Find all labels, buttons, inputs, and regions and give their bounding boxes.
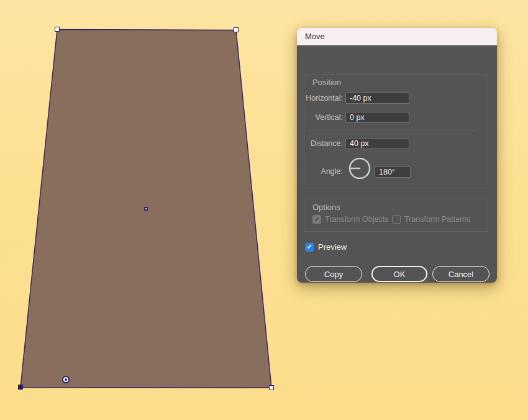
dialog-titlebar[interactable]: Move <box>297 28 497 45</box>
vertical-label: Vertical: <box>297 113 343 122</box>
position-heading: Position <box>312 78 341 87</box>
vertical-row: Vertical: <box>297 112 497 123</box>
move-dialog: Move Position Horizontal: Vertical: Dist… <box>297 28 497 283</box>
shape-center-dot <box>145 208 147 209</box>
horizontal-input[interactable] <box>345 93 409 104</box>
reference-point-dot <box>65 378 67 381</box>
transform-patterns-option: Transform Patterns <box>392 215 471 224</box>
ok-button[interactable]: OK <box>371 266 427 282</box>
position-divider <box>309 130 476 131</box>
transform-objects-option: ✓ Transform Objects <box>312 215 388 224</box>
distance-input[interactable] <box>345 138 409 149</box>
dialog-title: Move <box>305 32 325 41</box>
dialog-body: Position Horizontal: Vertical: Distance:… <box>297 45 497 283</box>
preview-option: ✓ Preview <box>305 242 347 252</box>
copy-button[interactable]: Copy <box>305 266 362 282</box>
anchor-top-right[interactable] <box>234 27 239 32</box>
transform-patterns-checkbox[interactable] <box>392 215 401 224</box>
transform-objects-checkbox[interactable]: ✓ <box>312 215 321 224</box>
anchor-top-left[interactable] <box>55 27 60 32</box>
angle-label: Angle: <box>297 167 343 176</box>
transform-objects-label: Transform Objects <box>325 215 388 224</box>
options-heading: Options <box>312 203 340 212</box>
anchor-bottom-right[interactable] <box>269 385 274 390</box>
angle-input[interactable] <box>375 167 411 178</box>
shape-center-point[interactable] <box>144 207 148 211</box>
options-group: Options ✓ Transform Objects Transform Pa… <box>304 199 488 232</box>
anchor-bottom-left-selected[interactable] <box>18 385 23 390</box>
preview-label: Preview <box>318 242 347 252</box>
distance-label: Distance: <box>297 139 343 148</box>
preview-checkbox[interactable]: ✓ <box>305 243 314 252</box>
transform-patterns-label: Transform Patterns <box>404 215 471 224</box>
options-row: ✓ Transform Objects Transform Patterns <box>304 215 488 225</box>
angle-dial[interactable] <box>347 156 372 181</box>
cancel-button[interactable]: Cancel <box>432 266 489 282</box>
distance-row: Distance: <box>297 138 497 149</box>
horizontal-label: Horizontal: <box>297 94 343 103</box>
reference-point-marker[interactable] <box>62 376 70 383</box>
horizontal-row: Horizontal: <box>297 93 497 104</box>
angle-row: Angle: <box>297 162 497 173</box>
vertical-input[interactable] <box>345 112 409 123</box>
